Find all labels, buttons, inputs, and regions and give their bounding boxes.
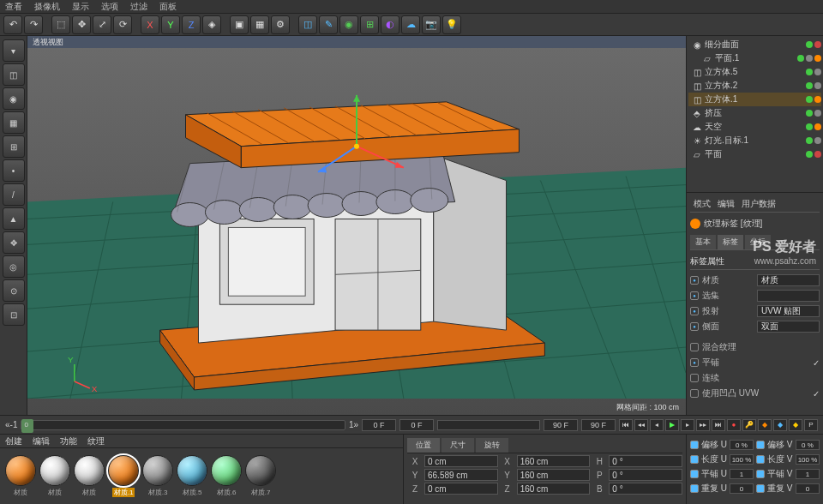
viewport-canvas[interactable]: Y X 网格间距 : 100 cm [27, 48, 686, 415]
move-tool[interactable]: ✥ [72, 15, 91, 34]
coord-z-size[interactable]: 160 cm [517, 483, 591, 495]
attr-material-field[interactable]: 材质 [757, 274, 820, 286]
next-frame-button[interactable]: ▸ [681, 419, 694, 431]
environment-button[interactable]: ☁ [401, 15, 420, 34]
tr-checkbox[interactable] [756, 441, 765, 449]
primitive-cube-button[interactable]: ◫ [298, 15, 317, 34]
select-tool[interactable]: ⬚ [51, 15, 70, 34]
length-v-field[interactable]: 100 % [796, 454, 820, 465]
tile-v-field[interactable]: 1 [796, 469, 820, 479]
viewport-solo-button[interactable]: ◎ [3, 255, 25, 278]
next-key-button[interactable]: ▸▸ [696, 419, 710, 431]
object-mode-button[interactable]: ◉ [3, 87, 25, 110]
offset-v-field[interactable]: 0 % [796, 440, 820, 450]
material-item[interactable]: 材质.5 [177, 455, 207, 497]
enable-axis-button[interactable]: ✥ [3, 231, 25, 254]
mat-menu-function[interactable]: 功能 [60, 435, 77, 447]
nurbs-button[interactable]: ◉ [339, 15, 358, 34]
texture-mode-button[interactable]: ▦ [3, 111, 25, 134]
material-item[interactable]: 材质 [39, 455, 70, 497]
coord-z-pos[interactable]: 0 cm [424, 483, 498, 495]
keyframe-scale-button[interactable]: ◆ [773, 419, 787, 431]
repeat-v-field[interactable]: 0 [796, 483, 820, 494]
mat-menu-create[interactable]: 创建 [5, 435, 22, 447]
obj-row[interactable]: ▱平面.1 [688, 51, 821, 65]
material-item[interactable]: 材质 [5, 455, 36, 497]
coord-x-pos[interactable]: 0 cm [424, 455, 498, 467]
array-button[interactable]: ⊞ [360, 15, 379, 34]
obj-row[interactable]: ◫立方体.2 [688, 79, 821, 93]
workplane-snap-button[interactable]: ⊡ [3, 303, 25, 326]
autokey-button[interactable]: 🔑 [742, 419, 756, 431]
attr-edit[interactable]: 编辑 [718, 198, 735, 210]
goto-end-button[interactable]: ⏭ [712, 419, 725, 431]
prev-key-button[interactable]: ◂◂ [634, 419, 648, 431]
tr-checkbox[interactable] [756, 470, 765, 478]
edge-mode-button[interactable]: / [3, 183, 25, 206]
menu-filter[interactable]: 过滤 [130, 1, 147, 13]
tab-basic[interactable]: 基本 [690, 235, 716, 249]
record-button[interactable]: ● [727, 419, 741, 431]
tr-checkbox[interactable] [690, 470, 699, 478]
object-tree[interactable]: ◉细分曲面 ▱平面.1 ◫立方体.5 ◫立方体.2 ◫立方体.1 ⬘挤压 ☁天空… [687, 36, 823, 163]
keyframe-pos-button[interactable]: ◆ [758, 419, 772, 431]
attr-checkbox[interactable] [690, 374, 699, 382]
coord-h-rot[interactable]: 0 ° [609, 455, 682, 467]
render-view-button[interactable]: ▣ [230, 15, 249, 34]
coord-y-size[interactable]: 160 cm [517, 469, 591, 481]
obj-row[interactable]: ◫立方体.5 [688, 65, 821, 79]
model-mode-button[interactable]: ◫ [3, 63, 25, 86]
axis-x-toggle[interactable]: X [141, 15, 159, 34]
obj-row[interactable]: ⬘挤压 [688, 106, 821, 120]
attr-projection-field[interactable]: UVW 贴图 [757, 305, 820, 317]
attr-checkbox[interactable] [690, 343, 699, 351]
polygon-mode-button[interactable]: ▲ [3, 207, 25, 230]
obj-row[interactable]: ☁天空 [688, 120, 821, 134]
timeline-handle[interactable]: 0 [21, 419, 33, 433]
point-mode-button[interactable]: • [3, 159, 25, 182]
goto-start-button[interactable]: ⏮ [619, 419, 633, 431]
timeline-start-field[interactable]: 0 F [362, 419, 396, 431]
rotate-tool[interactable]: ⟳ [113, 15, 132, 34]
spline-pen-button[interactable]: ✎ [319, 15, 338, 34]
tr-checkbox[interactable] [756, 455, 765, 464]
obj-row[interactable]: ◉细分曲面 [688, 38, 821, 51]
tab-tag[interactable]: 标签 [718, 235, 743, 249]
camera-button[interactable]: 📷 [422, 15, 441, 34]
render-region-button[interactable]: ▦ [250, 15, 269, 34]
menu-panel[interactable]: 面板 [159, 1, 177, 13]
axis-y-toggle[interactable]: Y [161, 15, 180, 34]
keyframe-rot-button[interactable]: ◆ [789, 419, 802, 431]
workplane-button[interactable]: ⊞ [3, 135, 25, 158]
attr-checkbox[interactable] [690, 322, 699, 331]
obj-row-selected[interactable]: ◫立方体.1 [688, 93, 821, 106]
material-item[interactable]: 材质.6 [211, 455, 242, 497]
mat-menu-texture[interactable]: 纹理 [87, 435, 105, 447]
timeline-range-slider[interactable] [437, 420, 540, 430]
light-button[interactable]: 💡 [442, 15, 461, 34]
material-item-selected[interactable]: 材质.1 [108, 455, 139, 497]
timeline-range-end-field[interactable]: 90 F [581, 419, 616, 431]
render-settings-button[interactable]: ⚙ [271, 15, 290, 34]
attr-checkbox[interactable] [690, 389, 699, 398]
tr-checkbox[interactable] [690, 455, 699, 464]
tr-checkbox[interactable] [756, 484, 765, 493]
coord-tab-position[interactable]: 位置 [407, 438, 440, 453]
obj-row[interactable]: ▱平面 [688, 147, 821, 161]
menu-options[interactable]: 选项 [101, 1, 118, 13]
material-list[interactable]: 材质 材质 材质 材质.1 材质.3 材质.5 材质.6 材质.7 [0, 448, 403, 504]
menu-display[interactable]: 显示 [72, 1, 89, 13]
attr-checkbox[interactable] [690, 291, 699, 300]
tr-checkbox[interactable] [690, 441, 699, 449]
coord-x-size[interactable]: 160 cm [517, 455, 591, 467]
tile-u-field[interactable]: 1 [730, 469, 754, 479]
make-editable-button[interactable]: ▾ [3, 39, 25, 62]
deformer-button[interactable]: ◐ [381, 15, 399, 34]
timeline-prev-marker[interactable]: «-1 [5, 420, 17, 429]
timeline-end-field[interactable]: 90 F [544, 419, 578, 431]
coord-p-rot[interactable]: 0 ° [609, 469, 682, 481]
keyframe-param-button[interactable]: P [804, 419, 818, 431]
coord-y-pos[interactable]: 66.589 cm [424, 469, 498, 481]
material-item[interactable]: 材质.3 [142, 455, 173, 497]
obj-row[interactable]: ☀灯光.目标.1 [688, 134, 821, 147]
